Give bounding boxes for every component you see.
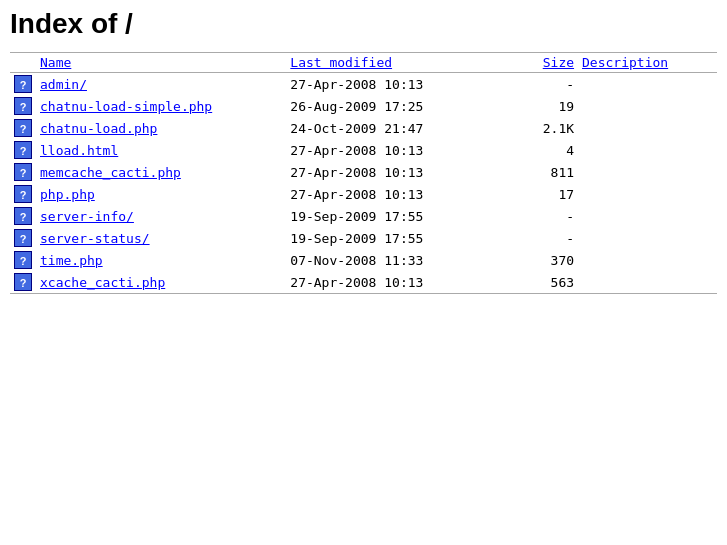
file-link[interactable]: time.php: [40, 253, 103, 268]
file-icon-cell: ?: [10, 205, 36, 227]
file-icon-cell: ?: [10, 73, 36, 96]
header-description[interactable]: Description: [578, 53, 717, 73]
file-icon: ?: [14, 97, 32, 115]
file-modified-cell: 19-Sep-2009 17:55: [286, 227, 508, 249]
file-size-cell: 2.1K: [509, 117, 578, 139]
file-icon: ?: [14, 207, 32, 225]
file-icon-cell: ?: [10, 117, 36, 139]
file-icon: ?: [14, 185, 32, 203]
file-modified-cell: 19-Sep-2009 17:55: [286, 205, 508, 227]
file-description-cell: [578, 117, 717, 139]
file-icon-cell: ?: [10, 227, 36, 249]
table-row: ?server-info/19-Sep-2009 17:55-: [10, 205, 717, 227]
file-description-cell: [578, 139, 717, 161]
file-size-cell: -: [509, 227, 578, 249]
file-icon-cell: ?: [10, 271, 36, 294]
file-name-cell[interactable]: lload.html: [36, 139, 286, 161]
file-icon: ?: [14, 251, 32, 269]
file-description-cell: [578, 161, 717, 183]
header-icon-cell: [10, 53, 36, 73]
file-icon: ?: [14, 141, 32, 159]
sort-name-link[interactable]: Name: [40, 55, 71, 70]
file-size-cell: -: [509, 205, 578, 227]
file-link[interactable]: lload.html: [40, 143, 118, 158]
table-row: ?admin/27-Apr-2008 10:13-: [10, 73, 717, 96]
file-listing-table: Name Last modified Size Description ?adm…: [10, 52, 717, 294]
file-icon-cell: ?: [10, 95, 36, 117]
table-row: ?chatnu-load-simple.php26-Aug-2009 17:25…: [10, 95, 717, 117]
file-description-cell: [578, 271, 717, 294]
file-name-cell[interactable]: server-info/: [36, 205, 286, 227]
file-link[interactable]: server-status/: [40, 231, 150, 246]
table-row: ?xcache_cacti.php27-Apr-2008 10:13563: [10, 271, 717, 294]
sort-description-link[interactable]: Description: [582, 55, 668, 70]
file-name-cell[interactable]: chatnu-load-simple.php: [36, 95, 286, 117]
file-modified-cell: 27-Apr-2008 10:13: [286, 161, 508, 183]
file-name-cell[interactable]: server-status/: [36, 227, 286, 249]
header-name[interactable]: Name: [36, 53, 286, 73]
file-link[interactable]: admin/: [40, 77, 87, 92]
file-icon-cell: ?: [10, 161, 36, 183]
file-description-cell: [578, 183, 717, 205]
table-row: ?time.php07-Nov-2008 11:33370: [10, 249, 717, 271]
file-description-cell: [578, 227, 717, 249]
file-name-cell[interactable]: php.php: [36, 183, 286, 205]
table-row: ?server-status/19-Sep-2009 17:55-: [10, 227, 717, 249]
table-row: ?lload.html27-Apr-2008 10:134: [10, 139, 717, 161]
file-description-cell: [578, 95, 717, 117]
file-size-cell: 17: [509, 183, 578, 205]
file-size-cell: 19: [509, 95, 578, 117]
file-modified-cell: 26-Aug-2009 17:25: [286, 95, 508, 117]
sort-size-link[interactable]: Size: [543, 55, 574, 70]
file-link[interactable]: chatnu-load.php: [40, 121, 157, 136]
file-modified-cell: 27-Apr-2008 10:13: [286, 139, 508, 161]
file-name-cell[interactable]: admin/: [36, 73, 286, 96]
table-row: ?chatnu-load.php24-Oct-2009 21:472.1K: [10, 117, 717, 139]
file-description-cell: [578, 205, 717, 227]
table-row: ?memcache_cacti.php27-Apr-2008 10:13811: [10, 161, 717, 183]
page-title: Index of /: [10, 8, 717, 40]
file-icon: ?: [14, 163, 32, 181]
file-link[interactable]: memcache_cacti.php: [40, 165, 181, 180]
file-size-cell: 811: [509, 161, 578, 183]
file-icon: ?: [14, 229, 32, 247]
header-modified[interactable]: Last modified: [286, 53, 508, 73]
file-description-cell: [578, 249, 717, 271]
file-icon-cell: ?: [10, 139, 36, 161]
file-link[interactable]: xcache_cacti.php: [40, 275, 165, 290]
file-name-cell[interactable]: xcache_cacti.php: [36, 271, 286, 294]
file-link[interactable]: chatnu-load-simple.php: [40, 99, 212, 114]
file-link[interactable]: server-info/: [40, 209, 134, 224]
file-size-cell: -: [509, 73, 578, 96]
file-icon: ?: [14, 119, 32, 137]
file-modified-cell: 27-Apr-2008 10:13: [286, 73, 508, 96]
file-modified-cell: 07-Nov-2008 11:33: [286, 249, 508, 271]
file-size-cell: 563: [509, 271, 578, 294]
file-name-cell[interactable]: time.php: [36, 249, 286, 271]
file-size-cell: 370: [509, 249, 578, 271]
file-icon: ?: [14, 273, 32, 291]
file-link[interactable]: php.php: [40, 187, 95, 202]
table-header-row: Name Last modified Size Description: [10, 53, 717, 73]
sort-modified-link[interactable]: Last modified: [290, 55, 392, 70]
file-modified-cell: 27-Apr-2008 10:13: [286, 271, 508, 294]
table-row: ?php.php27-Apr-2008 10:1317: [10, 183, 717, 205]
file-icon-cell: ?: [10, 183, 36, 205]
file-icon: ?: [14, 75, 32, 93]
file-size-cell: 4: [509, 139, 578, 161]
file-name-cell[interactable]: chatnu-load.php: [36, 117, 286, 139]
file-modified-cell: 27-Apr-2008 10:13: [286, 183, 508, 205]
file-name-cell[interactable]: memcache_cacti.php: [36, 161, 286, 183]
file-modified-cell: 24-Oct-2009 21:47: [286, 117, 508, 139]
file-icon-cell: ?: [10, 249, 36, 271]
header-size[interactable]: Size: [509, 53, 578, 73]
file-description-cell: [578, 73, 717, 96]
